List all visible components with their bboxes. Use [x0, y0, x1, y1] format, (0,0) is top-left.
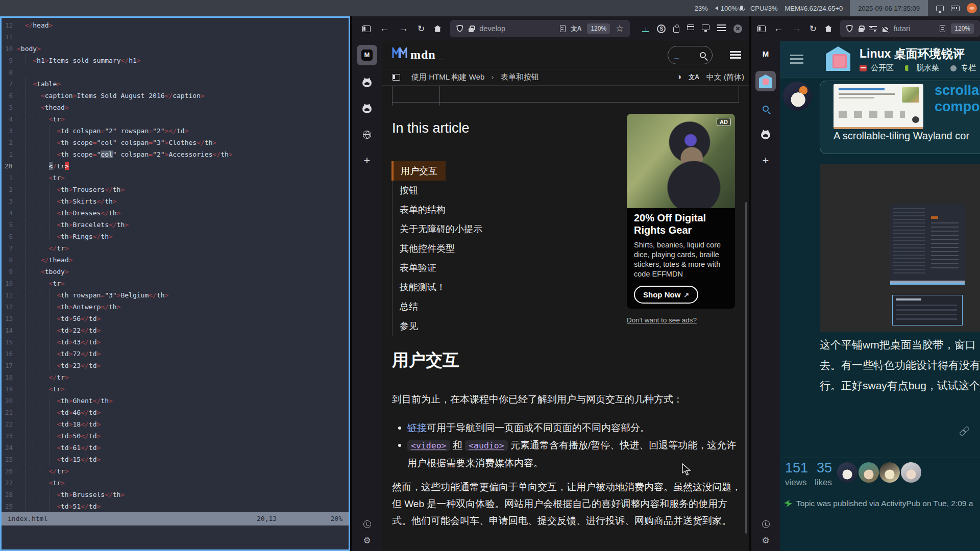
back-icon[interactable] — [380, 23, 389, 34]
toc-item[interactable]: 按钮 — [393, 181, 426, 200]
zoom-level-badge[interactable]: 120% — [951, 23, 974, 34]
settings-gear-icon[interactable] — [762, 535, 769, 546]
quoted-link-card[interactable]: scrollab compos A scrollable-tiling Wayl… — [820, 81, 980, 154]
tag-label[interactable]: 公开区 — [871, 63, 894, 73]
audio-element-link[interactable]: <audio> — [465, 440, 508, 451]
mdnfav-icon[interactable]: M — [361, 49, 373, 61]
toc-item[interactable]: 表单验证 — [393, 258, 445, 278]
search-icon[interactable] — [763, 106, 769, 112]
keyboard-tray-icon[interactable] — [951, 6, 960, 11]
archive-icon[interactable] — [687, 24, 694, 30]
toc-item[interactable]: 参见 — [393, 316, 426, 336]
settings-gear-icon[interactable] — [363, 535, 371, 546]
tab[interactable] — [755, 126, 776, 143]
houselogo-icon[interactable] — [759, 74, 772, 88]
history-icon[interactable] — [363, 520, 371, 528]
tag-label[interactable]: 专栏 — [961, 63, 976, 73]
history-icon[interactable] — [762, 520, 770, 528]
home-icon[interactable] — [825, 26, 832, 32]
reload-icon[interactable] — [418, 23, 425, 34]
avatar[interactable] — [901, 462, 921, 483]
url-text[interactable]: develop — [479, 24, 554, 33]
bookmark-star-icon[interactable] — [616, 23, 624, 34]
plus-icon[interactable]: + — [364, 157, 371, 164]
toc-item[interactable]: 总结 — [393, 297, 426, 316]
page-scrollbar[interactable] — [745, 202, 747, 534]
reload-icon[interactable] — [810, 23, 817, 34]
permissions-icon[interactable] — [869, 26, 877, 32]
repo-link-title[interactable]: scrollab compos — [935, 82, 980, 115]
menu-icon[interactable] — [717, 24, 726, 31]
firefox-window-forum[interactable]: futari 120% M+ Linux 桌面环境锐评 公开区 脱水菜 — [751, 16, 980, 551]
share-link-icon[interactable] — [960, 428, 970, 436]
translate-icon[interactable]: 文A — [571, 24, 582, 33]
tab-active[interactable]: M — [357, 45, 377, 65]
tab[interactable]: + — [357, 152, 377, 169]
tag-label[interactable]: 脱水菜 — [916, 63, 939, 73]
search-input[interactable]: _ — [668, 46, 713, 64]
s-badge-icon[interactable]: S — [657, 24, 666, 33]
theme-toggle-icon[interactable] — [676, 72, 681, 82]
notifications-blocked-icon[interactable] — [883, 27, 888, 32]
tracking-shield-icon[interactable] — [846, 25, 853, 33]
url-bar[interactable]: develop 文A 120% — [450, 20, 630, 37]
mdn-menu-icon[interactable] — [730, 51, 741, 59]
close-x-icon[interactable] — [733, 24, 742, 33]
editor-code[interactable]: 12 </head>1110<body>9 <h1>Items sold sum… — [2, 19, 349, 512]
download-icon[interactable] — [642, 24, 649, 32]
toc-item[interactable]: 用户交互 — [391, 161, 446, 181]
tab[interactable]: M — [755, 45, 776, 62]
tab[interactable] — [357, 126, 377, 143]
sidebar-toggle-icon[interactable] — [362, 26, 371, 32]
shop-now-button[interactable]: Shop Now — [634, 286, 698, 304]
language-selector[interactable]: 中文 (简体) — [706, 72, 744, 82]
poster-avatar[interactable] — [783, 82, 812, 111]
toc-item[interactable]: 表单的结构 — [393, 200, 454, 219]
octocat-icon[interactable] — [362, 105, 372, 113]
github-repo-card[interactable] — [834, 84, 923, 129]
toc-item[interactable]: 技能测试！ — [393, 278, 454, 297]
ad-card[interactable]: AD 20% Off Digital Rights Gear Shirts, b… — [627, 114, 735, 309]
forum-logo[interactable] — [826, 46, 850, 71]
display-tray-icon[interactable] — [936, 6, 944, 11]
back-icon[interactable] — [774, 23, 783, 34]
avatar[interactable] — [859, 462, 879, 483]
url-bar[interactable]: futari 120% — [840, 20, 980, 37]
editor-window[interactable]: 12 </head>1110<body>9 <h1>Items sold sum… — [0, 16, 350, 551]
post-image[interactable] — [820, 164, 980, 332]
zoom-level-badge[interactable]: 120% — [587, 23, 610, 34]
tab[interactable] — [755, 100, 776, 117]
video-element-link[interactable]: <video> — [407, 440, 450, 451]
tab[interactable] — [357, 100, 377, 117]
language-icon[interactable]: 文A — [689, 73, 699, 82]
toc-item[interactable]: 其他控件类型 — [393, 239, 463, 258]
plus-icon[interactable]: + — [763, 157, 769, 164]
hamburger-menu-icon[interactable] — [790, 55, 803, 64]
clock[interactable]: 2025-09-06 17:35:09 — [850, 0, 928, 16]
tracking-shield-icon[interactable] — [456, 25, 463, 33]
lock-icon[interactable] — [859, 28, 864, 32]
url-text[interactable]: futari — [894, 24, 934, 33]
tab[interactable] — [357, 74, 377, 91]
sidebar-toggle-icon[interactable] — [757, 26, 766, 32]
lock-icon[interactable] — [469, 28, 474, 32]
toc-item[interactable]: 关于无障碍的小提示 — [393, 219, 491, 239]
ad-optout-link[interactable]: Don't want to see ads? — [627, 316, 697, 324]
octocat-icon[interactable] — [362, 79, 372, 87]
mdnfav-plain-icon[interactable]: M — [763, 49, 769, 58]
avatar[interactable] — [837, 462, 857, 483]
mdn-logo[interactable]: mdn _ — [392, 47, 445, 62]
breadcrumb-link[interactable]: 使用 HTML 构建 Web — [411, 72, 484, 81]
inline-link[interactable]: 链接 — [407, 422, 427, 433]
tab[interactable]: + — [755, 152, 776, 169]
globe-icon[interactable] — [363, 131, 371, 139]
home-icon[interactable] — [434, 26, 441, 32]
octocat-icon[interactable] — [761, 131, 770, 139]
app-tray-icon[interactable] — [967, 3, 977, 13]
reader-mode-icon[interactable] — [560, 25, 566, 32]
display-icon[interactable] — [702, 24, 709, 30]
reader-mode-icon[interactable] — [940, 25, 945, 32]
tab-active[interactable] — [755, 71, 776, 91]
avatar[interactable] — [879, 462, 900, 483]
doc-sidebar-toggle-icon[interactable] — [392, 74, 400, 81]
